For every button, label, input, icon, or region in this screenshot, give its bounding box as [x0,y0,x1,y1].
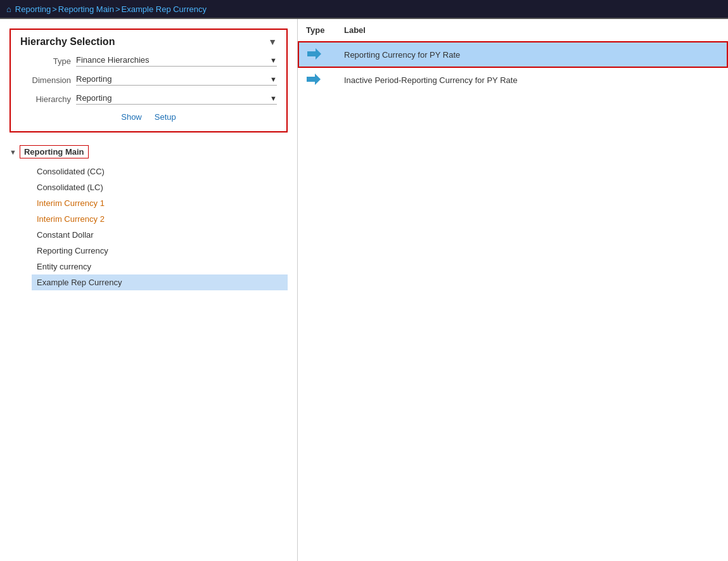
hs-title: Hierarchy Selection [20,36,115,48]
hs-type-row: Type Finance Hierarchies ▼ [20,55,277,67]
breadcrumb-reporting[interactable]: Reporting [15,4,51,14]
hs-type-select[interactable]: Finance Hierarchies ▼ [76,55,277,67]
right-panel: Type Label Reporting Currency for PY Rat… [298,19,728,561]
breadcrumb-reporting-main[interactable]: Reporting Main [58,4,114,14]
hs-actions: Show Setup [20,112,277,122]
home-icon[interactable]: ⌂ [6,4,11,14]
row2-label: Inactive Period-Reporting Currency for P… [336,67,727,92]
currency-icon-1 [307,48,322,60]
tree-item-example-rep-currency[interactable]: Example Rep Currency [32,274,288,290]
tree-item-reporting-currency[interactable]: Reporting Currency [32,243,288,259]
setup-link[interactable]: Setup [155,112,176,122]
hs-type-value: Finance Hierarchies [76,55,270,65]
tree-item-interim-2[interactable]: Interim Currency 2 [32,211,288,227]
breadcrumb: ⌂ Reporting > Reporting Main > Example R… [6,4,207,14]
tree-toggle[interactable]: ▼ [10,148,16,156]
top-bar: ⌂ Reporting > Reporting Main > Example R… [0,0,728,19]
table-header-row: Type Label [298,19,727,42]
row1-type [298,42,336,67]
hs-type-arrow: ▼ [270,56,277,64]
show-link[interactable]: Show [121,112,142,122]
row1-label: Reporting Currency for PY Rate [336,42,727,67]
tree-item-consolidated-lc[interactable]: Consolidated (LC) [32,179,288,195]
hs-hierarchy-row: Hierarchy Reporting ▼ [20,93,277,105]
col-label-header: Label [336,19,727,42]
hs-header: Hierarchy Selection ▼ [20,36,277,48]
breadcrumb-current: Example Rep Currency [122,4,207,14]
svg-marker-1 [307,74,321,85]
hs-dimension-arrow: ▼ [270,75,277,83]
hs-dimension-select[interactable]: Reporting ▼ [76,74,277,86]
breadcrumb-sep2: > [115,4,120,14]
tree-item-consolidated-cc[interactable]: Consolidated (CC) [32,164,288,179]
tree-children: Consolidated (CC) Consolidated (LC) Inte… [10,164,288,290]
breadcrumb-sep1: > [52,4,57,14]
hs-hierarchy-label: Hierarchy [20,94,71,104]
hs-type-label: Type [20,56,71,66]
left-panel: Hierarchy Selection ▼ Type Finance Hiera… [0,19,298,561]
right-table: Type Label Reporting Currency for PY Rat… [298,19,728,92]
table-row-1[interactable]: Reporting Currency for PY Rate [298,42,727,67]
main-container: Hierarchy Selection ▼ Type Finance Hiera… [0,19,728,561]
tree-item-interim-1[interactable]: Interim Currency 1 [32,195,288,211]
hs-dimension-row: Dimension Reporting ▼ [20,74,277,86]
tree-item-entity-currency[interactable]: Entity currency [32,259,288,274]
hs-dimension-value: Reporting [76,74,270,84]
hs-hierarchy-arrow: ▼ [270,94,277,102]
hs-hierarchy-select[interactable]: Reporting ▼ [76,93,277,105]
tree-item-constant-dollar[interactable]: Constant Dollar [32,227,288,243]
row2-type [298,67,336,92]
tree-root-label[interactable]: Reporting Main [20,145,89,158]
hs-hierarchy-value: Reporting [76,93,270,103]
tree-section: ▼ Reporting Main Consolidated (CC) Conso… [0,139,297,297]
hs-collapse-button[interactable]: ▼ [268,37,277,47]
hierarchy-selection-box: Hierarchy Selection ▼ Type Finance Hiera… [10,29,288,132]
tree-root: ▼ Reporting Main [10,145,288,158]
svg-marker-0 [307,48,321,60]
table-row-2[interactable]: Inactive Period-Reporting Currency for P… [298,67,727,92]
col-type-header: Type [298,19,336,42]
currency-icon-2 [306,73,321,86]
hs-dimension-label: Dimension [20,75,71,85]
